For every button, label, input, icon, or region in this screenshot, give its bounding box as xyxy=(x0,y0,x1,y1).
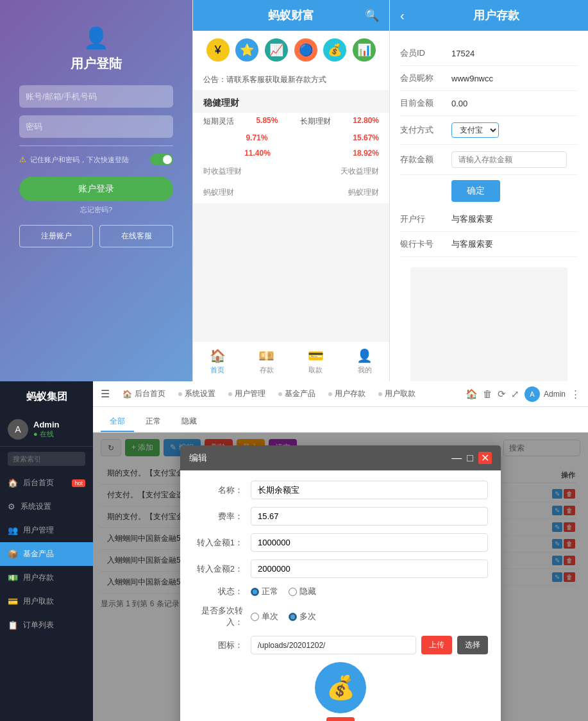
password-input[interactable] xyxy=(26,122,167,131)
member-nick-row: 会员昵称 www9nwcc xyxy=(400,66,578,91)
modal-maximize-button[interactable]: □ xyxy=(467,452,473,464)
sidebar-item-products[interactable]: 📦 基金产品 xyxy=(0,542,93,566)
remember-toggle[interactable] xyxy=(150,154,173,165)
icon-delete-button[interactable]: 🗑 xyxy=(326,717,355,721)
upload-area: 上传 选择 xyxy=(251,636,488,654)
topnav-products[interactable]: 基金产品 xyxy=(273,388,321,399)
sidebar-item-withdraw[interactable]: 💳 用户取款 xyxy=(0,590,93,613)
status-normal-radio[interactable] xyxy=(251,588,259,596)
topnav-withdraw[interactable]: 用户取款 xyxy=(373,388,421,399)
sidebar-item-settings[interactable]: ⚙ 系统设置 xyxy=(0,495,93,518)
forgot-link[interactable]: 忘记密码? xyxy=(80,205,112,215)
sidebar-item-withdraw-label: 用户取款 xyxy=(23,596,54,607)
payment-label: 支付方式 xyxy=(400,124,451,136)
topnav-users[interactable]: 用户管理 xyxy=(223,388,271,399)
icon-preview-circle: 💰 xyxy=(315,662,366,713)
deposit-confirm-button[interactable]: 确定 xyxy=(451,180,500,202)
sidebar-item-users[interactable]: 👥 用户管理 xyxy=(0,518,93,542)
house-icon[interactable]: 🏠 xyxy=(466,388,478,400)
nav-home-label: 首页 xyxy=(210,365,224,375)
member-id-value: 17524 xyxy=(451,49,475,58)
app-panel: 蚂蚁财富 🔍 ¥ ⭐ 📈 🔵 💰 📊 公告：请联系客服获取最新存款方式 xyxy=(192,0,390,381)
nav-mine-icon: 👤 xyxy=(357,348,373,363)
more-icon[interactable]: ⋮ xyxy=(571,388,580,400)
form-icon-label: 图标： xyxy=(193,640,251,651)
app-icon-row: ¥ ⭐ 📈 🔵 💰 📊 xyxy=(193,31,389,69)
login-button[interactable]: 账户登录 xyxy=(19,177,173,201)
select-button[interactable]: 选择 xyxy=(457,636,488,654)
sidebar-menu: 🏠 后台首页 hot ⚙ 系统设置 👥 用户管理 📦 基金产品 💵 用户存款 xyxy=(0,471,93,721)
product-type-1: 时收益理财 天收益理财 xyxy=(203,161,379,182)
topnav-settings[interactable]: 系统设置 xyxy=(173,388,221,399)
sidebar-item-orders[interactable]: 📋 订单列表 xyxy=(0,613,93,637)
username-input-area[interactable] xyxy=(19,85,173,108)
app-search-icon[interactable]: 🔍 xyxy=(365,8,379,22)
form-name-label: 名称： xyxy=(193,485,251,496)
icon-circle-3: 📈 xyxy=(265,38,288,62)
current-amount-row: 目前金额 0.00 xyxy=(400,91,578,116)
form-rate-input[interactable] xyxy=(251,507,488,526)
icon-path-input[interactable] xyxy=(251,636,416,654)
tab-hidden[interactable]: 隐藏 xyxy=(172,412,206,432)
sidebar: 蚂蚁集团 A Admin ● 在线 🏠 后台首页 hot ⚙ 系统设置 👥 xyxy=(0,381,93,721)
single-option[interactable]: 单次 xyxy=(251,611,278,622)
top-nav: ☰ 🏠 后台首页 系统设置 用户管理 基金产品 用户存款 xyxy=(93,381,588,407)
modal-overlay: 编辑 — □ ✕ 名称： 费率： xyxy=(93,433,588,721)
admin-avatar: A xyxy=(525,386,540,402)
user-info: Admin ● 在线 xyxy=(33,420,59,439)
sidebar-item-home[interactable]: 🏠 后台首页 hot xyxy=(0,471,93,495)
status-hidden-option[interactable]: 隐藏 xyxy=(289,586,316,597)
sidebar-search-input[interactable] xyxy=(8,452,85,466)
form-name-input[interactable] xyxy=(251,481,488,499)
upload-button[interactable]: 上传 xyxy=(421,636,452,654)
nav-deposit[interactable]: 💴 存款 xyxy=(258,348,274,375)
bottom-buttons: 注册账户 在线客服 xyxy=(19,225,173,247)
sidebar-item-deposit[interactable]: 💵 用户存款 xyxy=(0,566,93,590)
icon-item-4[interactable]: 🔵 xyxy=(294,38,317,62)
dot-icon-1 xyxy=(178,392,182,396)
icon-item-3[interactable]: 📈 xyxy=(265,38,288,62)
icon-item-2[interactable]: ⭐ xyxy=(235,38,258,62)
nav-withdraw[interactable]: 💳 取款 xyxy=(308,348,324,375)
refresh-icon[interactable]: ⟳ xyxy=(498,388,506,400)
nav-withdraw-icon: 💳 xyxy=(308,348,324,363)
icon-item-1[interactable]: ¥ xyxy=(206,38,230,62)
form-transfer1-label: 转入金额1： xyxy=(193,537,251,549)
modal-minimize-button[interactable]: — xyxy=(451,452,462,464)
product-rate-1a: 5.85% xyxy=(256,116,278,127)
back-icon[interactable]: ‹ xyxy=(400,8,405,23)
password-input-area[interactable] xyxy=(19,115,173,138)
username-input[interactable] xyxy=(26,92,167,101)
sidebar-item-products-label: 基金产品 xyxy=(23,549,54,559)
tab-all[interactable]: 全部 xyxy=(101,412,134,432)
status-hidden-radio[interactable] xyxy=(289,588,297,596)
multiple-option[interactable]: 多次 xyxy=(289,611,316,622)
amount-input[interactable] xyxy=(451,151,567,168)
online-service-button[interactable]: 在线客服 xyxy=(99,225,173,247)
topnav-deposit[interactable]: 用户存款 xyxy=(323,388,371,399)
edit-modal: 编辑 — □ ✕ 名称： 费率： xyxy=(180,445,501,721)
fullscreen-icon[interactable]: ⤢ xyxy=(511,388,519,400)
main-content: ☰ 🏠 后台首页 系统设置 用户管理 基金产品 用户存款 xyxy=(93,381,588,721)
payment-row: 支付方式 支付宝 微信 银行卡 xyxy=(400,116,578,145)
modal-close-button[interactable]: ✕ xyxy=(478,452,492,464)
hamburger-icon[interactable]: ☰ xyxy=(101,388,110,400)
form-transfer1-input[interactable] xyxy=(251,533,488,552)
single-radio[interactable] xyxy=(251,613,259,621)
topnav-home[interactable]: 🏠 后台首页 xyxy=(117,388,171,399)
trash-icon[interactable]: 🗑 xyxy=(483,388,492,399)
nav-home[interactable]: 🏠 首页 xyxy=(210,348,226,375)
status-normal-option[interactable]: 正常 xyxy=(251,586,278,597)
amount-label: 存款金额 xyxy=(400,154,451,165)
payment-select[interactable]: 支付宝 微信 银行卡 xyxy=(451,122,499,138)
sidebar-user: A Admin ● 在线 xyxy=(0,413,93,447)
multiple-radio[interactable] xyxy=(289,613,297,621)
nav-mine[interactable]: 👤 我的 xyxy=(357,348,373,375)
icon-item-5[interactable]: 💰 xyxy=(323,38,346,62)
icon-item-6[interactable]: 📊 xyxy=(353,38,376,62)
app-header: 蚂蚁财富 🔍 xyxy=(193,0,389,31)
register-button[interactable]: 注册账户 xyxy=(19,225,93,247)
tab-normal[interactable]: 正常 xyxy=(137,412,170,432)
form-transfer2-input[interactable] xyxy=(251,559,488,578)
status-radio-group: 正常 隐藏 xyxy=(251,586,316,597)
